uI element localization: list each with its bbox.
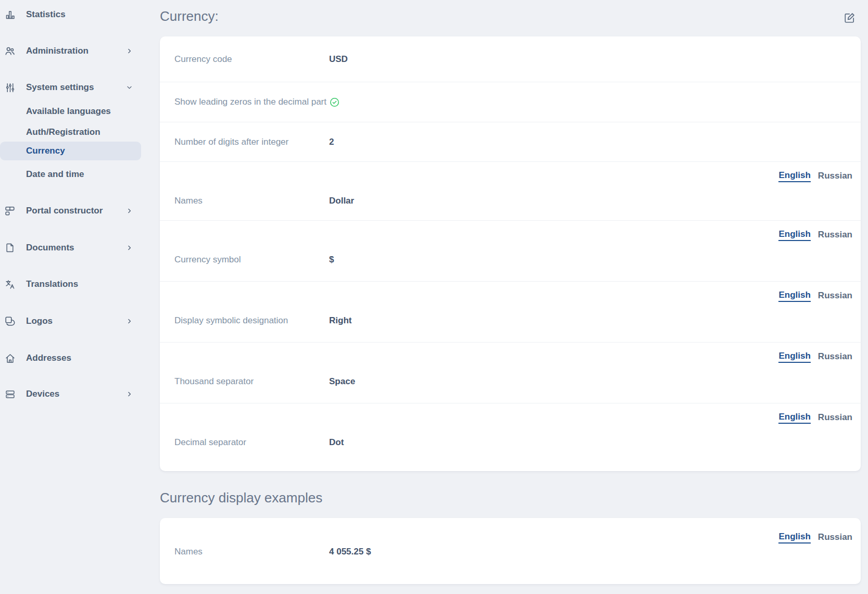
- language-tab-english[interactable]: English: [778, 351, 810, 363]
- field-label: Currency symbol: [160, 255, 329, 265]
- sidebar-item-date-and-time[interactable]: Date and time: [0, 165, 141, 184]
- sidebar-item-devices[interactable]: Devices: [0, 385, 141, 403]
- language-switcher: English Russian: [160, 518, 861, 543]
- language-tab-english[interactable]: English: [778, 229, 810, 241]
- language-switcher: English Russian: [160, 412, 861, 423]
- sidebar-item-label: Addresses: [26, 353, 71, 363]
- page-title: Currency:: [160, 8, 219, 24]
- field-label: Names: [160, 196, 329, 206]
- sidebar-item-administration[interactable]: Administration: [0, 42, 141, 60]
- org-layout-icon: [4, 205, 16, 217]
- bar-chart-icon: [4, 9, 16, 20]
- field-block-names: English Russian Names Dollar: [160, 162, 861, 221]
- language-tab-russian[interactable]: Russian: [818, 171, 852, 181]
- edit-button[interactable]: [842, 10, 857, 25]
- sidebar-item-label: Portal constructor: [26, 206, 103, 216]
- chevron-right-icon: [126, 318, 133, 325]
- people-icon: [4, 45, 16, 57]
- check-circle-icon: [329, 97, 340, 108]
- sidebar-item-label: Date and time: [26, 169, 84, 180]
- sidebar-item-portal-constructor[interactable]: Portal constructor: [0, 201, 141, 220]
- sidebar-item-label: System settings: [26, 82, 94, 93]
- sidebar-item-label: Devices: [26, 389, 59, 399]
- translate-icon: [4, 279, 16, 290]
- sidebar-item-currency[interactable]: Currency: [0, 142, 141, 160]
- edit-icon: [844, 12, 856, 24]
- field-label: Number of digits after integer: [160, 137, 329, 147]
- sidebar-item-documents[interactable]: Documents: [0, 238, 141, 257]
- sidebar-item-label: Translations: [26, 279, 78, 289]
- field-value: Dollar: [329, 196, 354, 206]
- field-label: Names: [160, 547, 329, 557]
- language-tab-russian[interactable]: Russian: [818, 412, 852, 423]
- sidebar-item-label: Currency: [26, 146, 65, 156]
- language-tab-english[interactable]: English: [778, 532, 810, 544]
- language-switcher: English Russian: [160, 290, 861, 301]
- sidebar-item-system-settings[interactable]: System settings: [0, 78, 141, 97]
- field-block-symbol-position: English Russian Display symbolic designa…: [160, 282, 861, 343]
- examples-section-title: Currency display examples: [160, 490, 322, 506]
- sidebar-item-label: Logos: [26, 316, 53, 326]
- sidebar-item-label: Administration: [26, 46, 89, 56]
- sidebar-item-statistics[interactable]: Statistics: [0, 5, 141, 24]
- language-tab-russian[interactable]: Russian: [818, 532, 852, 542]
- field-block-decimal-separator: English Russian Decimal separator Dot: [160, 403, 861, 471]
- sidebar-item-label: Available languages: [26, 106, 111, 117]
- field-row-currency-code: Currency code USD: [160, 36, 861, 82]
- logos-icon: [4, 315, 16, 327]
- home-icon: [4, 352, 16, 364]
- document-icon: [4, 242, 16, 254]
- currency-settings-card: Currency code USD Show leading zeros in …: [160, 36, 861, 471]
- field-value: 2: [329, 137, 334, 147]
- field-row-example-names: Names 4 055.25 $: [160, 545, 861, 559]
- sidebar-item-label: Documents: [26, 243, 74, 253]
- sidebar-item-label: Auth/Registration: [26, 127, 100, 137]
- field-value: $: [329, 255, 334, 265]
- field-label: Display symbolic designation: [160, 315, 329, 326]
- sidebar-item-auth-registration[interactable]: Auth/Registration: [0, 123, 141, 142]
- sidebar: Statistics Administration System setting…: [0, 0, 141, 594]
- chevron-right-icon: [126, 245, 133, 251]
- field-label: Show leading zeros in the decimal part: [160, 97, 329, 107]
- language-switcher: English Russian: [160, 170, 861, 182]
- field-label: Currency code: [160, 54, 329, 65]
- language-tab-english[interactable]: English: [778, 170, 810, 182]
- field-block-thousand-separator: English Russian Thousand separator Space: [160, 343, 861, 403]
- sidebar-item-label: Statistics: [26, 9, 66, 20]
- field-value: 4 055.25 $: [329, 547, 371, 557]
- chevron-right-icon: [126, 208, 133, 214]
- chevron-right-icon: [126, 48, 133, 55]
- language-switcher: English Russian: [160, 229, 861, 241]
- language-tab-english[interactable]: English: [778, 412, 810, 424]
- field-block-currency-symbol: English Russian Currency symbol $: [160, 221, 861, 282]
- language-tab-russian[interactable]: Russian: [818, 230, 852, 240]
- chevron-right-icon: [126, 391, 133, 398]
- sidebar-item-addresses[interactable]: Addresses: [0, 349, 141, 368]
- field-value: Right: [329, 315, 351, 326]
- chevron-down-icon: [126, 84, 133, 91]
- sidebar-item-translations[interactable]: Translations: [0, 275, 141, 294]
- language-tab-russian[interactable]: Russian: [818, 290, 852, 301]
- field-value: USD: [329, 54, 348, 65]
- field-row-digits-after-integer: Number of digits after integer 2: [160, 122, 861, 162]
- field-label: Thousand separator: [160, 376, 329, 387]
- language-switcher: English Russian: [160, 351, 861, 362]
- field-label: Decimal separator: [160, 437, 329, 448]
- devices-icon: [4, 388, 16, 400]
- language-tab-english[interactable]: English: [778, 290, 810, 302]
- field-value: Dot: [329, 437, 344, 448]
- field-row-leading-zeros: Show leading zeros in the decimal part: [160, 82, 861, 122]
- sidebar-item-logos[interactable]: Logos: [0, 312, 141, 331]
- language-tab-russian[interactable]: Russian: [818, 351, 852, 362]
- currency-examples-card: English Russian Names 4 055.25 $: [160, 518, 861, 584]
- sidebar-item-available-languages[interactable]: Available languages: [0, 102, 141, 121]
- field-value: Space: [329, 376, 355, 387]
- sliders-icon: [4, 82, 16, 93]
